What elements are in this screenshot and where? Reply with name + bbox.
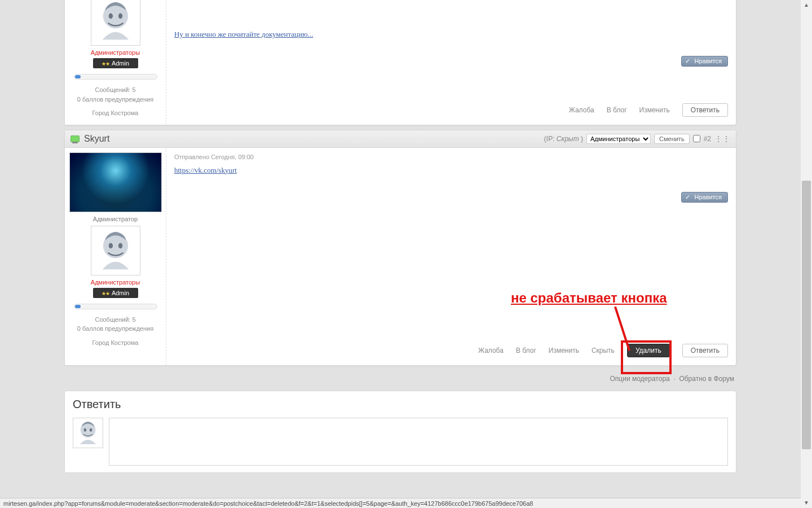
- vk-link[interactable]: https://vk.com/skyurt: [174, 166, 237, 174]
- scroll-down-icon[interactable]: ▼: [801, 498, 812, 508]
- blog-link[interactable]: В блог: [516, 347, 536, 354]
- documentation-link[interactable]: Ну и конечно же почитайте документацию..…: [174, 30, 313, 38]
- online-icon: [70, 135, 80, 142]
- like-button[interactable]: Нравится: [681, 192, 728, 203]
- post-number[interactable]: #2: [704, 135, 711, 143]
- scroll-thumb[interactable]: [802, 181, 811, 449]
- post-header: Skyurt (IP: Скрыт ) Администраторы Смени…: [65, 130, 736, 148]
- reply-heading: Ответить: [73, 398, 728, 411]
- svg-point-2: [118, 13, 122, 19]
- user-meta: Сообщений: 5 0 баллов предупреждения Гор…: [65, 315, 166, 348]
- avatar-large[interactable]: [69, 152, 162, 212]
- avatar-icon: [73, 418, 103, 448]
- post-actions: Жалоба В блог Изменить Ответить: [174, 103, 728, 117]
- svg-point-1: [108, 13, 112, 19]
- post-2: Skyurt (IP: Скрыт ) Администраторы Смени…: [64, 130, 736, 366]
- share-icon[interactable]: ⋮⋮: [714, 134, 730, 143]
- hide-link[interactable]: Скрыть: [592, 347, 615, 354]
- user-panel: Администратор Администраторы ★★Admin Соо…: [65, 148, 166, 365]
- user-meta: Сообщений: 5 0 баллов предупреждения Гор…: [65, 85, 166, 118]
- moderator-options[interactable]: Опции модератора: [610, 375, 669, 383]
- svg-point-8: [90, 428, 92, 431]
- ip-label: (IP: Скрыт ): [544, 135, 583, 143]
- blog-link[interactable]: В блог: [607, 106, 627, 114]
- edit-link[interactable]: Изменить: [549, 347, 579, 354]
- reply-box: Ответить: [64, 391, 736, 473]
- post-1: Администраторы ★★Admin Сообщений: 5 0 ба…: [64, 0, 736, 125]
- scroll-up-icon[interactable]: ▲: [801, 0, 812, 10]
- group-select[interactable]: Администраторы: [586, 134, 651, 144]
- like-button[interactable]: Нравится: [681, 56, 728, 67]
- warn-progress: [74, 304, 157, 309]
- avatar-icon: [91, 0, 140, 45]
- scrollbar[interactable]: ▲ ▼: [801, 0, 812, 508]
- select-post-checkbox[interactable]: [693, 135, 700, 142]
- user-group: Администраторы: [65, 279, 166, 286]
- svg-point-7: [84, 428, 86, 431]
- post-time: Отправлено Сегодня, 09:00: [174, 154, 728, 160]
- user-group: Администраторы: [65, 49, 166, 56]
- author-name[interactable]: Skyurt: [84, 134, 109, 144]
- user-panel: Администраторы ★★Admin Сообщений: 5 0 ба…: [65, 0, 166, 125]
- svg-point-5: [118, 243, 122, 248]
- avatar-small[interactable]: [91, 226, 140, 275]
- report-link[interactable]: Жалоба: [478, 347, 504, 354]
- back-to-forum[interactable]: Обратно в Форум: [679, 375, 734, 383]
- status-bar: mirtesen.ga/index.php?app=forums&module=…: [0, 498, 801, 508]
- report-link[interactable]: Жалоба: [569, 106, 594, 114]
- user-role: Администратор: [65, 216, 166, 222]
- edit-link[interactable]: Изменить: [639, 106, 670, 114]
- change-group-button[interactable]: Сменить: [654, 134, 690, 144]
- reply-textarea[interactable]: [109, 418, 728, 466]
- admin-badge: ★★Admin: [93, 288, 138, 298]
- admin-badge: ★★Admin: [93, 58, 138, 68]
- warn-progress: [74, 74, 157, 80]
- avatar[interactable]: [91, 0, 140, 46]
- reply-button[interactable]: Ответить: [682, 103, 728, 117]
- avatar-icon: [91, 226, 140, 275]
- current-user-avatar: [73, 418, 103, 448]
- svg-point-4: [108, 243, 112, 248]
- reply-button[interactable]: Ответить: [682, 344, 728, 357]
- annotation-text: не срабатывает кнопка: [511, 290, 667, 306]
